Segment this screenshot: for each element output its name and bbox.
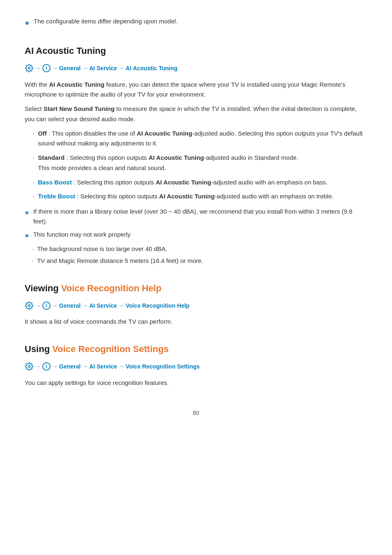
nav-arrow-2: → bbox=[52, 64, 58, 73]
voice-recognition-settings-title: Voice Recognition Settings bbox=[52, 344, 168, 354]
svg-point-1 bbox=[28, 305, 30, 307]
page-number-text: 80 bbox=[193, 410, 199, 416]
off-label: Off bbox=[38, 130, 47, 137]
svg-point-2 bbox=[28, 366, 30, 368]
nav-arrow-1: → bbox=[35, 64, 41, 73]
bullet-noise-text: If there is more than a library noise le… bbox=[33, 207, 367, 226]
sub-item-text: Treble Boost : Selecting this option out… bbox=[38, 191, 334, 202]
bullet-blue-icon: ● bbox=[25, 207, 29, 218]
list-item: · Treble Boost : Selecting this option o… bbox=[33, 191, 367, 202]
nav-general-2: General bbox=[59, 301, 81, 310]
top-note-text: The configurable items differ depending … bbox=[34, 16, 178, 26]
inner-sub-list: · The background noise is too large over… bbox=[32, 244, 367, 266]
list-item: · Off : This option disables the use of … bbox=[33, 129, 367, 149]
bullet-dot-icon: ● bbox=[25, 16, 30, 29]
gear-icon-2 bbox=[25, 301, 34, 310]
ai-acoustic-ref-1: AI Acoustic Tuning bbox=[137, 130, 192, 137]
sub-bullet-icon: · bbox=[33, 129, 35, 139]
voice-help-para: It shows a list of voice commands the TV… bbox=[25, 317, 367, 327]
sub-item-text: Bass Boost : Selecting this option outpu… bbox=[38, 177, 327, 188]
nav-arrow-6: → bbox=[52, 302, 58, 310]
nav-path-voice-settings: → i → General → AI Service → Voice Recog… bbox=[25, 362, 367, 371]
list-item: · The background noise is too large over… bbox=[32, 244, 367, 254]
page-number: 80 bbox=[25, 408, 367, 417]
nav-path-ai-acoustic: → i → General → AI Service → AI Acoustic… bbox=[25, 64, 367, 73]
section-title-ai-acoustic: AI Acoustic Tuning bbox=[25, 44, 367, 58]
section-title-voice-help: Viewing Voice Recognition Help bbox=[25, 281, 367, 295]
nav-service-1: AI Service bbox=[89, 64, 117, 73]
standard-label: Standard bbox=[38, 154, 65, 161]
bullet-function-may-not-work: ● This function may not work properly bbox=[25, 230, 367, 241]
svg-point-0 bbox=[28, 67, 30, 69]
nav-arrow-9: → bbox=[35, 362, 41, 371]
bass-boost-label: Bass Boost bbox=[38, 179, 72, 186]
nav-destination-1: AI Acoustic Tuning bbox=[126, 64, 178, 73]
nav-path-voice-help: → i → General → AI Service → Voice Recog… bbox=[25, 301, 367, 310]
nav-service-3: AI Service bbox=[89, 362, 117, 371]
nav-arrow-12: → bbox=[119, 362, 124, 371]
list-item: · Bass Boost : Selecting this option out… bbox=[33, 177, 367, 188]
info-icon-2: i bbox=[42, 302, 51, 310]
ai-acoustic-ref-4: AI Acoustic Tuning bbox=[159, 193, 214, 200]
bullet-function-text: This function may not work properly bbox=[33, 230, 131, 240]
sub-item-text: Standard : Selecting this option outputs… bbox=[38, 153, 298, 173]
nav-arrow-3: → bbox=[82, 64, 88, 73]
bullet-noise-level: ● If there is more than a library noise … bbox=[25, 207, 367, 226]
section-ai-acoustic-tuning: AI Acoustic Tuning → i → General → AI Se… bbox=[25, 44, 367, 266]
using-prefix: Using bbox=[25, 344, 52, 354]
nav-general: General bbox=[59, 64, 81, 73]
section-title-voice-settings: Using Voice Recognition Settings bbox=[25, 342, 367, 356]
nav-destination-2: Voice Recognition Help bbox=[126, 301, 189, 310]
gear-icon-3 bbox=[25, 362, 34, 371]
ai-acoustic-ref-2: AI Acoustic Tuning bbox=[148, 154, 204, 161]
list-item: · TV and Magic Remote distance 5 meters … bbox=[32, 256, 367, 266]
list-item: · Standard : Selecting this option outpu… bbox=[33, 153, 367, 173]
nav-arrow-11: → bbox=[82, 362, 88, 371]
ai-acoustic-ref-3: AI Acoustic Tuning bbox=[156, 179, 211, 186]
bullet-blue-icon-2: ● bbox=[25, 230, 29, 241]
nav-arrow-10: → bbox=[52, 362, 58, 371]
top-note: ● The configurable items differ dependin… bbox=[25, 16, 367, 29]
voice-settings-para: You can apply settings for voice recogni… bbox=[25, 378, 367, 388]
inner-sub-text-2: TV and Magic Remote distance 5 meters (1… bbox=[37, 256, 203, 266]
section-title-text: AI Acoustic Tuning bbox=[25, 46, 106, 56]
nav-general-3: General bbox=[59, 362, 81, 371]
viewing-prefix: Viewing bbox=[25, 283, 61, 293]
ai-acoustic-bold-1: AI Acoustic Tuning bbox=[49, 81, 104, 88]
nav-arrow-7: → bbox=[82, 302, 88, 310]
inner-sub-bullet-icon: · bbox=[32, 244, 34, 254]
sub-bullet-icon: · bbox=[33, 177, 35, 188]
nav-arrow-5: → bbox=[35, 302, 41, 310]
info-icon-3: i bbox=[42, 362, 51, 371]
inner-sub-text-1: The background noise is too large over 4… bbox=[37, 244, 167, 254]
section-voice-recognition-settings: Using Voice Recognition Settings → i → G… bbox=[25, 342, 367, 388]
sub-bullet-icon: · bbox=[33, 153, 35, 163]
nav-arrow-8: → bbox=[119, 302, 124, 310]
gear-icon bbox=[25, 64, 34, 73]
info-icon: i bbox=[42, 64, 51, 72]
treble-boost-label: Treble Boost bbox=[38, 193, 75, 200]
voice-recognition-help-title: Voice Recognition Help bbox=[61, 283, 161, 293]
nav-destination-3: Voice Recognition Settings bbox=[126, 362, 200, 371]
ai-acoustic-para-1: With the AI Acoustic Tuning feature, you… bbox=[25, 80, 367, 100]
sub-item-text: Off : This option disables the use of AI… bbox=[38, 129, 367, 149]
section-voice-recognition-help: Viewing Voice Recognition Help → i → Gen… bbox=[25, 281, 367, 327]
start-new-sound-tuning-bold: Start New Sound Tuning bbox=[44, 105, 115, 112]
inner-sub-bullet-icon-2: · bbox=[32, 256, 34, 266]
ai-acoustic-para-2: Select Start New Sound Tuning to measure… bbox=[25, 104, 367, 124]
sub-bullet-icon: · bbox=[33, 191, 35, 202]
nav-service-2: AI Service bbox=[89, 301, 117, 310]
nav-arrow-4: → bbox=[119, 64, 124, 73]
audio-mode-list: · Off : This option disables the use of … bbox=[33, 129, 367, 202]
